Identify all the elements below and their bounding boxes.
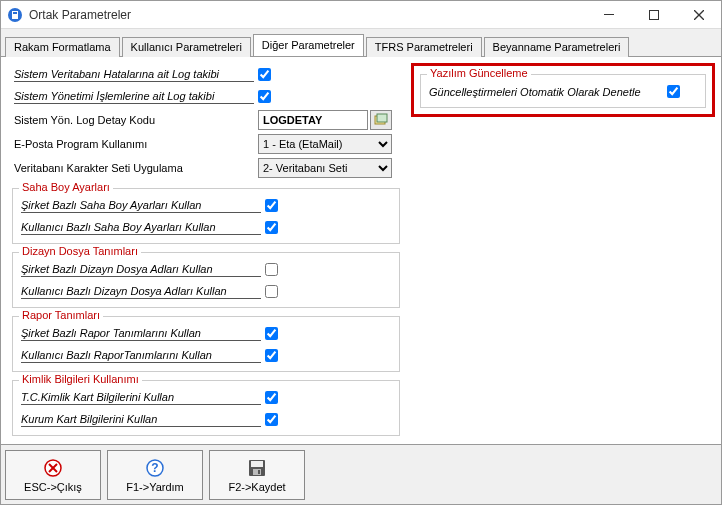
checkbox-sys-mgmt-log[interactable] bbox=[258, 90, 271, 103]
app-icon bbox=[7, 7, 23, 23]
lookup-icon bbox=[374, 113, 388, 127]
select-charset[interactable]: 2- Veritabanı Seti bbox=[258, 158, 392, 178]
exit-button[interactable]: ESC->Çıkış bbox=[5, 450, 101, 500]
row-log-detail-code: Sistem Yön. Log Detay Kodu LOGDETAY bbox=[8, 108, 404, 132]
legend-yazilim-guncelleme: Yazılım Güncelleme bbox=[427, 67, 531, 79]
row-charset: Veritabanı Karakter Seti Uygulama 2- Ver… bbox=[8, 156, 404, 180]
titlebar: Ortak Parametreler bbox=[1, 1, 721, 29]
lookup-log-detail-button[interactable] bbox=[370, 110, 392, 130]
checkbox-auto-update[interactable] bbox=[667, 85, 680, 98]
checkbox-kimlik-r2[interactable] bbox=[265, 413, 278, 426]
legend-kimlik: Kimlik Bilgileri Kullanımı bbox=[19, 373, 142, 385]
row-email-program: E-Posta Program Kullanımı 1 - Eta (EtaMa… bbox=[8, 132, 404, 156]
label-charset: Veritabanı Karakter Seti Uygulama bbox=[12, 162, 258, 174]
label-rapor-r2: Kullanıcı Bazlı RaporTanımlarını Kullan bbox=[21, 349, 261, 363]
svg-rect-3 bbox=[604, 14, 614, 15]
checkbox-sys-db-log[interactable] bbox=[258, 68, 271, 81]
row-dizayn-r1: Şirket Bazlı Dizayn Dosya Adları Kullan bbox=[15, 259, 397, 281]
svg-rect-17 bbox=[258, 470, 260, 474]
save-button[interactable]: F2->Kaydet bbox=[209, 450, 305, 500]
tab-diger-parametreler[interactable]: Diğer Parametreler bbox=[253, 34, 364, 56]
main-panel: Sistem Veritabanı Hatalarına ait Log tak… bbox=[1, 57, 721, 444]
group-saha-boy: Saha Boy Ayarları Şirket Bazlı Saha Boy … bbox=[12, 188, 400, 244]
row-rapor-r1: Şirket Bazlı Rapor Tanımlarını Kullan bbox=[15, 323, 397, 345]
row-saha-r1: Şirket Bazlı Saha Boy Ayarları Kullan bbox=[15, 195, 397, 217]
help-button[interactable]: ? F1->Yardım bbox=[107, 450, 203, 500]
row-saha-r2: Kullanıcı Bazlı Saha Boy Ayarları Kullan bbox=[15, 217, 397, 239]
group-kimlik: Kimlik Bilgileri Kullanımı T.C.Kimlik Ka… bbox=[12, 380, 400, 436]
row-dizayn-r2: Kullanıcı Bazlı Dizayn Dosya Adları Kull… bbox=[15, 281, 397, 303]
label-auto-update: Güncelleştirmeleri Otomatik Olarak Denet… bbox=[427, 86, 667, 98]
legend-saha-boy: Saha Boy Ayarları bbox=[19, 181, 113, 193]
label-log-detail-code: Sistem Yön. Log Detay Kodu bbox=[12, 114, 258, 126]
svg-rect-2 bbox=[13, 12, 17, 14]
group-yazilim-guncelleme: Yazılım Güncelleme Güncelleştirmeleri Ot… bbox=[420, 74, 706, 108]
exit-button-label: ESC->Çıkış bbox=[24, 481, 82, 493]
svg-rect-4 bbox=[649, 10, 658, 19]
save-button-label: F2->Kaydet bbox=[228, 481, 285, 493]
tab-bar: Rakam Formatlama Kullanıcı Parametreleri… bbox=[1, 29, 721, 57]
footer-toolbar: ESC->Çıkış ? F1->Yardım F2->Kaydet bbox=[1, 444, 721, 504]
row-sys-mgmt-log: Sistem Yönetimi İşlemlerine ait Log taki… bbox=[8, 86, 404, 108]
maximize-button[interactable] bbox=[631, 1, 676, 28]
minimize-button[interactable] bbox=[586, 1, 631, 28]
row-sys-db-log: Sistem Veritabanı Hatalarına ait Log tak… bbox=[8, 64, 404, 86]
label-dizayn-r1: Şirket Bazlı Dizayn Dosya Adları Kullan bbox=[21, 263, 261, 277]
svg-rect-15 bbox=[251, 461, 263, 467]
group-dizayn: Dizayn Dosya Tanımları Şirket Bazlı Diza… bbox=[12, 252, 400, 308]
label-email-program: E-Posta Program Kullanımı bbox=[12, 138, 258, 150]
checkbox-saha-r2[interactable] bbox=[265, 221, 278, 234]
save-icon bbox=[246, 457, 268, 479]
help-button-label: F1->Yardım bbox=[126, 481, 184, 493]
checkbox-dizayn-r2[interactable] bbox=[265, 285, 278, 298]
row-kimlik-r2: Kurum Kart Bilgilerini Kullan bbox=[15, 409, 397, 431]
group-rapor: Rapor Tanımları Şirket Bazlı Rapor Tanım… bbox=[12, 316, 400, 372]
label-kimlik-r2: Kurum Kart Bilgilerini Kullan bbox=[21, 413, 261, 427]
row-rapor-r2: Kullanıcı Bazlı RaporTanımlarını Kullan bbox=[15, 345, 397, 367]
right-column: Yazılım Güncelleme Güncelleştirmeleri Ot… bbox=[411, 63, 715, 438]
svg-rect-8 bbox=[377, 114, 387, 122]
checkbox-saha-r1[interactable] bbox=[265, 199, 278, 212]
checkbox-dizayn-r1[interactable] bbox=[265, 263, 278, 276]
select-email-program[interactable]: 1 - Eta (EtaMail) bbox=[258, 134, 392, 154]
legend-rapor: Rapor Tanımları bbox=[19, 309, 103, 321]
label-sys-db-log: Sistem Veritabanı Hatalarına ait Log tak… bbox=[14, 68, 254, 82]
svg-text:?: ? bbox=[151, 461, 158, 475]
left-column: Sistem Veritabanı Hatalarına ait Log tak… bbox=[7, 63, 405, 438]
close-icon bbox=[42, 457, 64, 479]
window-controls bbox=[586, 1, 721, 28]
label-kimlik-r1: T.C.Kimlik Kart Bilgilerini Kullan bbox=[21, 391, 261, 405]
legend-dizayn: Dizayn Dosya Tanımları bbox=[19, 245, 141, 257]
tab-beyanname-parametreleri[interactable]: Beyanname Parametreleri bbox=[484, 37, 630, 57]
tab-tfrs-parametreleri[interactable]: TFRS Parametreleri bbox=[366, 37, 482, 57]
checkbox-kimlik-r1[interactable] bbox=[265, 391, 278, 404]
highlight-update-box: Yazılım Güncelleme Güncelleştirmeleri Ot… bbox=[411, 63, 715, 117]
label-saha-r2: Kullanıcı Bazlı Saha Boy Ayarları Kullan bbox=[21, 221, 261, 235]
row-kimlik-r1: T.C.Kimlik Kart Bilgilerini Kullan bbox=[15, 387, 397, 409]
label-sys-mgmt-log: Sistem Yönetimi İşlemlerine ait Log taki… bbox=[14, 90, 254, 104]
help-icon: ? bbox=[144, 457, 166, 479]
row-auto-update: Güncelleştirmeleri Otomatik Olarak Denet… bbox=[423, 81, 703, 103]
label-saha-r1: Şirket Bazlı Saha Boy Ayarları Kullan bbox=[21, 199, 261, 213]
close-button[interactable] bbox=[676, 1, 721, 28]
checkbox-rapor-r2[interactable] bbox=[265, 349, 278, 362]
checkbox-rapor-r1[interactable] bbox=[265, 327, 278, 340]
label-rapor-r1: Şirket Bazlı Rapor Tanımlarını Kullan bbox=[21, 327, 261, 341]
tab-rakam-formatlama[interactable]: Rakam Formatlama bbox=[5, 37, 120, 57]
tab-kullanici-parametreleri[interactable]: Kullanıcı Parametreleri bbox=[122, 37, 251, 57]
window-title: Ortak Parametreler bbox=[29, 8, 586, 22]
label-dizayn-r2: Kullanıcı Bazlı Dizayn Dosya Adları Kull… bbox=[21, 285, 261, 299]
input-log-detail-code[interactable]: LOGDETAY bbox=[258, 110, 368, 130]
